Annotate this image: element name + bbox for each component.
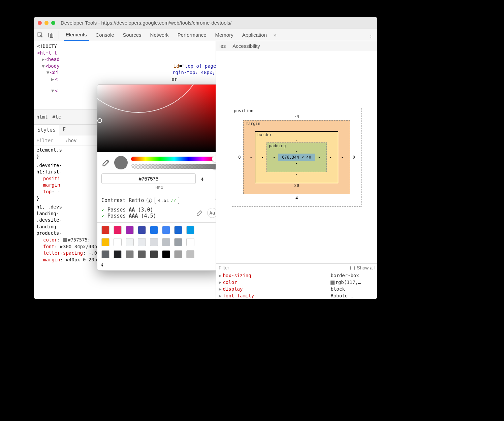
hex-input[interactable] [101, 173, 196, 184]
contrast-section: Contrast Ratio i 4.61 ✓✓ ⌃ ✓ Passes AA (… [97, 193, 216, 222]
palette-swatch[interactable] [174, 226, 182, 234]
inspect-icon[interactable] [37, 32, 43, 38]
computed-panel: Filter Show all ▶box-sizingborder-box▶co… [216, 263, 377, 299]
kebab-menu-icon[interactable]: ⋮ [368, 31, 374, 39]
main-toolbar: Elements Console Sources Network Perform… [34, 29, 377, 41]
box-model-content: 676.344 × 40 [278, 154, 315, 161]
div-tag[interactable]: <di [50, 70, 58, 75]
saturation-value-field[interactable] [97, 85, 216, 152]
main-area: <!DOCTY <html l ▶<head ▼<body id="top_of… [34, 41, 377, 299]
color-swatch[interactable] [63, 238, 67, 242]
bg-eyedropper-icon[interactable] [196, 209, 204, 217]
computed-row[interactable]: ▶box-sizingborder-box [216, 272, 377, 279]
window-title: Developer Tools - https://developers.goo… [61, 20, 232, 26]
palette: ▲▼ [97, 222, 216, 270]
palette-swatch[interactable] [138, 226, 146, 234]
tab-application[interactable]: Application [240, 29, 269, 40]
alpha-handle[interactable] [212, 163, 216, 169]
subtab-event[interactable]: E [59, 125, 69, 135]
sv-handle[interactable] [97, 118, 102, 123]
left-panel: <!DOCTY <html l ▶<head ▼<body id="top_of… [34, 41, 216, 299]
html-tag[interactable]: <html l [37, 50, 57, 56]
palette-swatch[interactable] [174, 250, 182, 258]
subtab-accessibility[interactable]: Accessibility [229, 41, 263, 51]
palette-swatch[interactable] [186, 226, 194, 234]
tab-console[interactable]: Console [94, 29, 116, 40]
hov-toggle[interactable]: :hov [65, 138, 77, 143]
palette-stepper[interactable]: ▲▼ [101, 262, 109, 267]
computed-row[interactable]: ▶colorrgb(117,… [216, 279, 377, 286]
color-picker: ▲▼ HEX Contrast Ratio i 4.61 ✓✓ ⌃ ✓ Pass… [97, 84, 216, 271]
breadcrumb-item[interactable]: #tc [53, 114, 61, 120]
palette-swatch[interactable] [101, 238, 109, 246]
body-tag[interactable]: <body [45, 63, 59, 69]
palette-swatch[interactable] [114, 250, 122, 258]
tab-sources[interactable]: Sources [121, 29, 144, 40]
device-toggle-icon[interactable] [48, 32, 54, 38]
box-model[interactable]: position -4 0 margin - - border [216, 51, 377, 263]
palette-swatch[interactable] [162, 226, 170, 234]
palette-swatch[interactable] [126, 250, 134, 258]
palette-swatch[interactable] [138, 238, 146, 246]
palette-swatch[interactable] [101, 226, 109, 234]
contrast-ratio-label: Contrast Ratio [101, 197, 144, 203]
palette-swatch[interactable] [162, 250, 170, 258]
text-sample-icon[interactable]: Aa [207, 208, 216, 218]
color-mode-label: HEX [101, 185, 216, 190]
current-color-swatch [114, 156, 128, 169]
tab-elements[interactable]: Elements [64, 29, 89, 41]
tab-performance[interactable]: Performance [176, 29, 209, 40]
pass-aaa: ✓ Passes AAA (4.5) [101, 213, 192, 219]
computed-filter[interactable]: Filter [219, 265, 229, 270]
computed-row[interactable]: ▶font-familyRoboto … [216, 292, 377, 299]
head-tag[interactable]: <head [45, 57, 59, 62]
palette-swatch[interactable] [126, 238, 134, 246]
tab-memory[interactable]: Memory [213, 29, 235, 40]
palette-swatch[interactable] [150, 250, 158, 258]
alpha-slider[interactable] [131, 164, 216, 169]
subtab-properties[interactable]: ies [216, 41, 229, 51]
palette-swatch[interactable] [150, 226, 158, 234]
palette-swatch[interactable] [126, 226, 134, 234]
subtab-styles[interactable]: Styles [34, 125, 59, 135]
doctype-line: <!DOCTY [37, 43, 57, 49]
computed-row[interactable]: ▶displayblock [216, 286, 377, 292]
traffic-lights [38, 21, 55, 25]
format-stepper[interactable]: ▲▼ [201, 177, 203, 181]
right-panel: ies Accessibility position -4 0 margin - [216, 41, 377, 299]
palette-swatch[interactable] [114, 238, 122, 246]
palette-swatch[interactable] [138, 250, 146, 258]
palette-swatch[interactable] [101, 250, 109, 258]
info-icon[interactable]: i [147, 198, 152, 203]
hue-slider[interactable] [131, 157, 216, 161]
tabs-overflow[interactable]: » [274, 32, 276, 38]
devtools-window: Developer Tools - https://developers.goo… [34, 17, 377, 299]
pass-aa: ✓ Passes AA (3.0) [101, 207, 192, 213]
palette-swatch[interactable] [150, 238, 158, 246]
hue-handle[interactable] [212, 156, 216, 162]
palette-swatch[interactable] [186, 250, 194, 258]
palette-swatch[interactable] [174, 238, 182, 246]
minimize-window[interactable] [44, 21, 49, 25]
zoom-window[interactable] [51, 21, 55, 25]
show-all-checkbox[interactable]: Show all [350, 265, 375, 270]
contrast-arc [97, 85, 216, 152]
divider [59, 31, 59, 39]
palette-swatch[interactable] [114, 226, 122, 234]
tab-network[interactable]: Network [148, 29, 171, 40]
right-subtabs: ies Accessibility [216, 41, 377, 51]
close-window[interactable] [38, 21, 42, 25]
palette-swatch[interactable] [162, 238, 170, 246]
titlebar: Developer Tools - https://developers.goo… [34, 17, 377, 29]
eyedropper-icon[interactable] [101, 158, 111, 167]
contrast-ratio-value: 4.61 ✓✓ [155, 197, 179, 204]
filter-label[interactable]: Filter [36, 138, 54, 143]
expand-contrast-icon[interactable]: ⌃ [214, 197, 216, 203]
palette-swatch[interactable] [186, 238, 194, 246]
breadcrumb-item[interactable]: html [36, 114, 48, 120]
